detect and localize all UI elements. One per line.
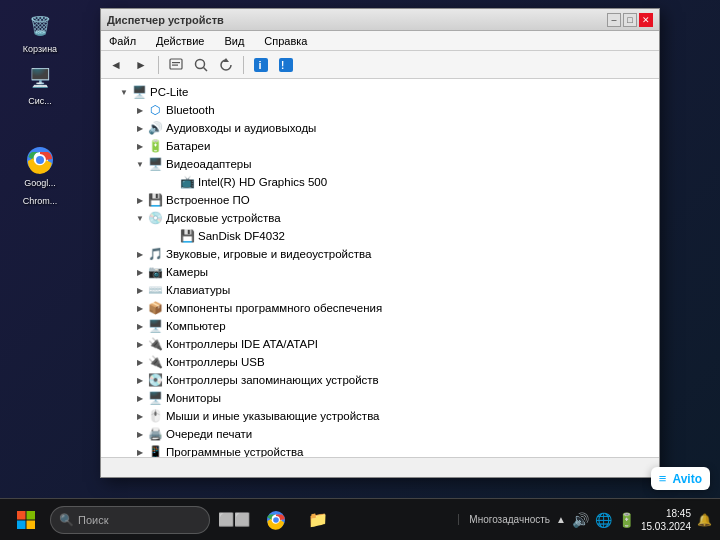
svg-rect-20	[27, 520, 36, 529]
camera-expander[interactable]: ▶	[133, 265, 147, 279]
multitask-label[interactable]: Многозадачность	[458, 514, 550, 525]
chrome-icon[interactable]: Googl...	[10, 144, 70, 188]
svg-text:i: i	[259, 59, 262, 71]
ide-icon: 🔌	[147, 336, 163, 352]
tree-firmware[interactable]: ▶ 💾 Встроенное ПО	[101, 191, 659, 209]
chrome-sub-label: Chrom...	[23, 196, 58, 206]
computer-icon[interactable]: 🖥️ Сис...	[10, 62, 70, 106]
title-bar-controls: – □ ✕	[607, 13, 653, 27]
graphics-icon: 📺	[179, 174, 195, 190]
battery-label: Батареи	[166, 140, 210, 152]
taskbar-chrome[interactable]	[258, 503, 294, 537]
tray-battery[interactable]: 🔋	[618, 512, 635, 528]
toolbar-update[interactable]	[215, 54, 237, 76]
tree-disk[interactable]: ▼ 💿 Дисковые устройства	[101, 209, 659, 227]
taskview-button[interactable]: ⬜⬜	[216, 503, 252, 537]
usb-icon: 🔌	[147, 354, 163, 370]
menu-file[interactable]: Файл	[105, 34, 140, 48]
tray-arrow[interactable]: ▲	[556, 514, 566, 525]
tree-mouse[interactable]: ▶ 🖱️ Мыши и иные указывающие устройства	[101, 407, 659, 425]
maximize-button[interactable]: □	[623, 13, 637, 27]
ide-expander[interactable]: ▶	[133, 337, 147, 351]
tray-notification[interactable]: 🔔	[697, 513, 712, 527]
camera-label: Камеры	[166, 266, 208, 278]
toolbar-scan[interactable]	[190, 54, 212, 76]
program-label: Программные устройства	[166, 446, 303, 457]
tree-battery[interactable]: ▶ 🔋 Батареи	[101, 137, 659, 155]
bt-expander[interactable]: ▶	[133, 103, 147, 117]
tree-graphics[interactable]: 📺 Intel(R) HD Graphics 500	[101, 173, 659, 191]
close-button[interactable]: ✕	[639, 13, 653, 27]
menu-view[interactable]: Вид	[220, 34, 248, 48]
display-expander[interactable]: ▼	[133, 157, 147, 171]
battery-expander[interactable]: ▶	[133, 139, 147, 153]
root-expander[interactable]: ▼	[117, 85, 131, 99]
svg-rect-17	[17, 511, 26, 520]
sound-icon: 🎵	[147, 246, 163, 262]
clock[interactable]: 18:45 15.03.2024	[641, 507, 691, 533]
print-icon: 🖨️	[147, 426, 163, 442]
toolbar-properties[interactable]	[165, 54, 187, 76]
monitor-expander[interactable]: ▶	[133, 391, 147, 405]
minimize-button[interactable]: –	[607, 13, 621, 27]
tree-print[interactable]: ▶ 🖨️ Очереди печати	[101, 425, 659, 443]
keyboard-expander[interactable]: ▶	[133, 283, 147, 297]
tree-program[interactable]: ▶ 📱 Программные устройства	[101, 443, 659, 457]
chrome-label-icon[interactable]: Chrom...	[10, 196, 70, 206]
toolbar-forward[interactable]: ►	[130, 54, 152, 76]
sound-expander[interactable]: ▶	[133, 247, 147, 261]
start-button[interactable]	[8, 503, 44, 537]
toolbar-flag[interactable]: !	[275, 54, 297, 76]
tree-camera[interactable]: ▶ 📷 Камеры	[101, 263, 659, 281]
storage-label: Контроллеры запоминающих устройств	[166, 374, 379, 386]
tree-content[interactable]: ▼ 🖥️ PC-Lite ▶ ⬡ Bluetooth ▶ 🔊 Аудиовход…	[101, 79, 659, 457]
toolbar-back[interactable]: ◄	[105, 54, 127, 76]
tree-usb[interactable]: ▶ 🔌 Контроллеры USB	[101, 353, 659, 371]
print-expander[interactable]: ▶	[133, 427, 147, 441]
tray-sound[interactable]: 🔊	[572, 512, 589, 528]
toolbar-help[interactable]: i	[250, 54, 272, 76]
root-label: PC-Lite	[150, 86, 188, 98]
firmware-expander[interactable]: ▶	[133, 193, 147, 207]
system-tray: ▲ 🔊 🌐 🔋 18:45 15.03.2024 🔔	[556, 507, 712, 533]
menu-bar: Файл Действие Вид Справка	[101, 31, 659, 51]
usb-expander[interactable]: ▶	[133, 355, 147, 369]
tree-audio[interactable]: ▶ 🔊 Аудиовходы и аудиовыходы	[101, 119, 659, 137]
tree-monitor[interactable]: ▶ 🖥️ Мониторы	[101, 389, 659, 407]
tree-computer[interactable]: ▶ 🖥️ Компьютер	[101, 317, 659, 335]
mouse-expander[interactable]: ▶	[133, 409, 147, 423]
toolbar: ◄ ► i	[101, 51, 659, 79]
software-expander[interactable]: ▶	[133, 301, 147, 315]
tree-bluetooth[interactable]: ▶ ⬡ Bluetooth	[101, 101, 659, 119]
taskbar-search[interactable]: 🔍 Поиск	[50, 506, 210, 534]
tree-sound[interactable]: ▶ 🎵 Звуковые, игровые и видеоустройства	[101, 245, 659, 263]
menu-action[interactable]: Действие	[152, 34, 208, 48]
tree-software[interactable]: ▶ 📦 Компоненты программного обеспечения	[101, 299, 659, 317]
tree-display[interactable]: ▼ 🖥️ Видеоадаптеры	[101, 155, 659, 173]
tree-ide[interactable]: ▶ 🔌 Контроллеры IDE ATA/ATAPI	[101, 335, 659, 353]
usb-label: Контроллеры USB	[166, 356, 265, 368]
tree-storage[interactable]: ▶ 💽 Контроллеры запоминающих устройств	[101, 371, 659, 389]
taskbar-file-explorer[interactable]: 📁	[300, 503, 336, 537]
computer-tree-icon: 🖥️	[131, 84, 147, 100]
storage-icon: 💽	[147, 372, 163, 388]
disk-expander[interactable]: ▼	[133, 211, 147, 225]
recycle-bin-label: Корзина	[23, 44, 57, 54]
tree-keyboard[interactable]: ▶ ⌨️ Клавиатуры	[101, 281, 659, 299]
program-expander[interactable]: ▶	[133, 445, 147, 457]
computer-expander[interactable]: ▶	[133, 319, 147, 333]
keyboard-label: Клавиатуры	[166, 284, 230, 296]
toolbar-sep-1	[158, 56, 159, 74]
audio-expander[interactable]: ▶	[133, 121, 147, 135]
svg-rect-5	[172, 64, 178, 65]
desktop-icons: 🗑️ Корзина 🖥️ Сис... Googl... Chrom...	[0, 0, 80, 490]
svg-rect-18	[27, 511, 36, 520]
recycle-bin-icon[interactable]: 🗑️ Корзина	[10, 10, 70, 54]
storage-expander[interactable]: ▶	[133, 373, 147, 387]
svg-rect-3	[170, 59, 182, 69]
computer-tree-icon2: 🖥️	[147, 318, 163, 334]
tree-root[interactable]: ▼ 🖥️ PC-Lite	[101, 83, 659, 101]
tree-sandisk[interactable]: 💾 SanDisk DF4032	[101, 227, 659, 245]
menu-help[interactable]: Справка	[260, 34, 311, 48]
tray-network[interactable]: 🌐	[595, 512, 612, 528]
